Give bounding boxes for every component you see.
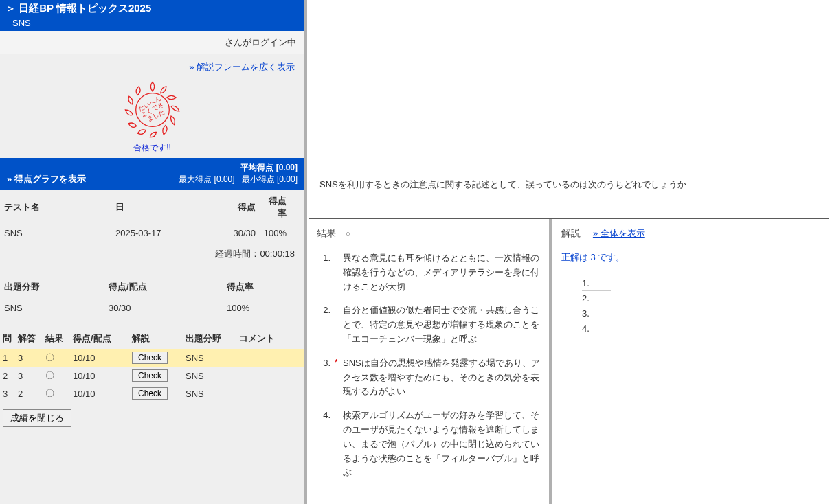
question-frame: SNSを利用するときの注意点に関する記述として、誤っているのは次のうちどれでしょ… [307,0,830,218]
th-test-name: テスト名 [1,191,111,222]
show-score-graph-link[interactable]: » 得点グラフを表示 [7,173,86,185]
max-score-label: 最大得点 [0.00] [179,174,234,184]
cell-ans: 3 [15,349,43,367]
pass-caption: 合格です!! [0,142,304,154]
cell-ans: 2 [15,385,43,402]
table-row[interactable]: 13〇10/10CheckSNS [0,349,304,367]
explanation-item[interactable]: 1. [582,276,611,291]
cell-elapsed: 経過時間：00:00:18 [1,244,303,264]
cell-comment [236,349,304,367]
cell-field: SNS [183,349,236,367]
choice-text: 自分と価値観の似た者同士で交流・共感し合うことで、特定の意見や思想が増幅する現象… [343,303,546,346]
cell-res: 〇 [43,367,70,385]
explanation-item[interactable]: 2. [582,291,611,306]
stats-bar: » 得点グラフを表示 平均得点 [0.00] 最大得点 [0.00] 最小得点 … [0,158,304,190]
show-all-explanation-link[interactable]: » 全体を表示 [593,228,645,238]
correct-marker-icon [335,409,343,480]
cell-q: 1 [0,349,15,367]
result-title: 結果 [317,227,336,238]
th-explanation: 解説 [129,328,183,349]
cell-q: 2 [0,367,15,385]
choice-item: 1.異なる意見にも耳を傾けるとともに、一次情報の確認を行うなどの、メディアリテラ… [317,251,546,294]
correct-marker-icon [335,251,343,294]
result-pane: 結果 ○ 1.異なる意見にも耳を傾けるとともに、一次情報の確認を行うなどの、メデ… [307,219,552,504]
score-summary-table: テスト名 日 得点 得点率 SNS 2025-03-17 30/30 100% … [0,190,304,266]
cell-score: 30/30 [203,224,258,242]
close-results-button[interactable]: 成績を閉じる [3,409,71,427]
avg-score-label: 平均得点 [0.00] [179,162,298,174]
table-row[interactable]: 32〇10/10CheckSNS [0,385,304,402]
subtitle-bar: SNS [0,16,304,31]
correct-marker-icon [335,303,343,346]
left-pane: ＞ 日経BP 情報トピックス2025 SNS さんがログイン中 » 解説フレーム… [0,0,307,504]
cell-res: 〇 [43,385,70,402]
cell-comment [236,385,304,402]
th-score: 得点 [203,191,258,222]
choice-number: 1. [317,251,335,294]
cell-ans: 3 [15,367,43,385]
check-button[interactable]: Check [132,369,168,382]
correct-marker-icon: * [335,356,343,399]
cell-date: 2025-03-17 [113,224,202,242]
choice-number: 3. [317,356,335,399]
th-result: 結果 [43,328,70,349]
th-field-rate: 得点率 [224,277,303,297]
th-comment: コメント [236,328,304,349]
cell-res: 〇 [43,349,70,367]
choice-item: 3.*SNSは自分の思想や感情を発露する場であり、アクセス数を増やすためにも、そ… [317,356,546,399]
field-row: SNS 30/30 100% [1,299,303,317]
answers-table: 問 解答 結果 得点/配点 解説 出題分野 コメント 13〇10/10Check… [0,328,304,402]
correct-answer-text: 正解は 3 です。 [561,251,820,264]
cell-pts: 10/10 [70,349,129,367]
check-button[interactable]: Check [132,387,168,400]
th-date: 日 [113,191,202,222]
result-mark-icon: ○ [346,229,350,238]
th-field-score: 得点/配点 [106,277,223,297]
check-button[interactable]: Check [132,352,168,364]
choice-number: 4. [317,409,335,480]
cell-rate: 100% [260,224,303,242]
choice-text: 検索アルゴリズムがユーザの好みを学習して、そのユーザが見たくないような情報を遮断… [343,409,546,480]
th-points: 得点/配点 [70,328,129,349]
choice-text: 異なる意見にも耳を傾けるとともに、一次情報の確認を行うなどの、メディアリテラシー… [343,251,546,294]
cell-field: SNS [1,299,104,317]
elapsed-row: 経過時間：00:00:18 [1,244,303,264]
table-row[interactable]: 23〇10/10CheckSNS [0,367,304,385]
cell-q: 3 [0,385,15,402]
breadcrumb-bar: ＞ 日経BP 情報トピックス2025 [0,0,304,16]
choice-text: SNSは自分の思想や感情を発露する場であり、アクセス数を増やすためにも、そのとき… [343,356,546,399]
cell-field-score: 30/30 [106,299,223,317]
choice-number: 2. [317,303,335,346]
th-question: 問 [0,328,15,349]
explanation-item[interactable]: 3. [582,306,611,321]
th-rate: 得点率 [260,191,303,222]
th-field: 出題分野 [1,277,104,297]
sakura-stamp-icon: たいへん よくでき ました [122,79,183,141]
cell-field: SNS [183,385,236,402]
cell-pts: 10/10 [70,367,129,385]
score-row: SNS 2025-03-17 30/30 100% [1,224,303,242]
explanation-item[interactable]: 4. [582,321,611,336]
explanation-pane: 解説 » 全体を表示 正解は 3 です。 1.2.3.4. [552,219,830,504]
cell-field-rate: 100% [224,299,303,317]
min-score-label: 最小得点 [0.00] [242,174,298,184]
login-status: さんがログイン中 [0,31,304,54]
choice-item: 4.検索アルゴリズムがユーザの好みを学習して、そのユーザが見たくないような情報を… [317,409,546,480]
cell-field: SNS [183,367,236,385]
cell-pts: 10/10 [70,385,129,402]
question-text: SNSを利用するときの注意点に関する記述として、誤っているのは次のうちどれでしょ… [319,179,818,191]
widen-explanation-link[interactable]: » 解説フレームを広く表示 [189,62,295,72]
th-answer: 解答 [15,328,43,349]
cell-test: SNS [1,224,111,242]
th-field2: 出題分野 [183,328,236,349]
explanation-title: 解説 [561,227,581,238]
choice-item: 2.自分と価値観の似た者同士で交流・共感し合うことで、特定の意見や思想が増幅する… [317,303,546,346]
field-summary-table: 出題分野 得点/配点 得点率 SNS 30/30 100% [0,275,304,319]
breadcrumb[interactable]: ＞ 日経BP 情報トピックス2025 [5,2,151,14]
cell-comment [236,367,304,385]
pass-stamp-area: たいへん よくでき ました 合格です!! [0,76,304,158]
right-pane: SNSを利用するときの注意点に関する記述として、誤っているのは次のうちどれでしょ… [307,0,830,504]
